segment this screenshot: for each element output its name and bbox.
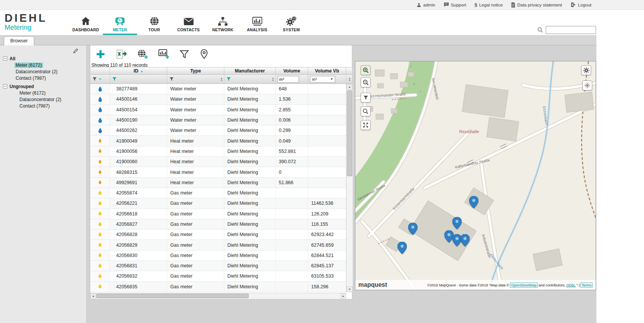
export-excel-button[interactable] bbox=[115, 49, 127, 59]
legal-notice-link[interactable]: § Legal notice bbox=[475, 2, 503, 7]
tree-group-all[interactable]: −All bbox=[3, 55, 86, 62]
tree-item-meter[interactable]: Meter (6172) bbox=[3, 62, 86, 68]
diehl-metering-logo[interactable]: DIEHL Metering bbox=[5, 13, 47, 32]
tree-item-contact[interactable]: Contact (7987) bbox=[3, 103, 86, 109]
table-row[interactable]: 42056221Gas meterDiehl Metering11462.536 bbox=[90, 198, 346, 209]
cell-volume-vb bbox=[308, 157, 346, 167]
add-meter-button[interactable] bbox=[96, 49, 105, 59]
nav-network[interactable]: NETWORK bbox=[206, 10, 240, 35]
scroll-right-arrow[interactable]: ► bbox=[340, 293, 346, 299]
filter-button[interactable] bbox=[179, 49, 189, 59]
nav-tour[interactable]: TOUR bbox=[137, 10, 171, 35]
vertical-scrollbar[interactable]: ▲ ▼ bbox=[346, 84, 353, 292]
map-fullscreen-button[interactable] bbox=[361, 120, 371, 130]
table-row[interactable]: 42056827Gas meterDiehl Metering116.155 bbox=[90, 219, 346, 230]
terms-link[interactable]: Terms bbox=[580, 283, 593, 288]
volume-vb-unit-select[interactable]: m³▼ bbox=[310, 76, 335, 83]
map-settings-button[interactable] bbox=[581, 65, 591, 75]
map-pin[interactable] bbox=[408, 223, 417, 235]
scroll-down-arrow[interactable]: ▼ bbox=[347, 286, 353, 292]
data-privacy-link[interactable]: Data privacy statement bbox=[511, 2, 562, 8]
column-header-volume[interactable]: Volume bbox=[276, 67, 308, 74]
map-filter-button[interactable] bbox=[361, 93, 371, 103]
tree-item-meter[interactable]: Meter (6172) bbox=[3, 90, 86, 96]
map-search-button[interactable] bbox=[361, 106, 371, 116]
table-row[interactable]: 44500146Water meterDiehl Metering1.536 bbox=[90, 94, 346, 104]
collapse-icon[interactable]: − bbox=[3, 84, 7, 88]
vertical-scroll-thumb[interactable] bbox=[347, 90, 352, 176]
scroll-up-arrow[interactable]: ▲ bbox=[347, 84, 353, 90]
add-to-map-button[interactable] bbox=[137, 49, 148, 59]
scroll-left-arrow[interactable]: ◄ bbox=[90, 293, 96, 299]
nav-dashboard[interactable]: DASHBOARD bbox=[69, 10, 103, 35]
collapse-icon[interactable]: − bbox=[3, 56, 7, 61]
tab-browser[interactable]: Browser bbox=[4, 36, 34, 45]
odbl-link[interactable]: ODbL bbox=[566, 283, 576, 287]
horizontal-scroll-thumb[interactable] bbox=[96, 294, 249, 298]
id-filter-funnel-icon[interactable] bbox=[112, 77, 117, 82]
icon-filter-funnel-icon[interactable] bbox=[92, 77, 97, 82]
column-header-type[interactable]: Type bbox=[167, 67, 224, 74]
table-row[interactable]: 44500154Water meterDiehl Metering2.855 bbox=[90, 105, 346, 115]
zoom-in-button[interactable] bbox=[361, 65, 371, 75]
table-row[interactable]: 42056835Gas meterDiehl Metering158.296 bbox=[90, 282, 346, 292]
column-header-volume-vb[interactable]: Volume Vb bbox=[308, 67, 346, 74]
search-input[interactable] bbox=[546, 26, 596, 34]
cell-volume: 648 bbox=[276, 84, 308, 94]
table-row[interactable]: 42056829Gas meterDiehl Metering62745.659 bbox=[90, 240, 346, 250]
volume-unit-input[interactable] bbox=[278, 76, 299, 83]
table-row[interactable]: 48288315Heat meterDiehl Metering0 bbox=[90, 167, 346, 177]
gas-meter-icon bbox=[90, 188, 110, 198]
icon-filter-caret-icon[interactable]: ▼ bbox=[99, 77, 102, 81]
nav-meter[interactable]: METER bbox=[103, 10, 137, 35]
type-sort-icons[interactable]: ▲▼ bbox=[221, 77, 223, 82]
table-row[interactable]: 42056831Gas meterDiehl Metering62845.137 bbox=[90, 261, 346, 271]
table-row[interactable]: 49929691Heat meterDiehl Metering51.866 bbox=[90, 178, 346, 188]
table-row[interactable]: 42055874Gas meterDiehl Metering bbox=[90, 188, 346, 198]
cell-manufacturer: Diehl Metering bbox=[224, 94, 276, 104]
table-row[interactable]: 42056828Gas meterDiehl Metering62923.442 bbox=[90, 230, 346, 240]
mapquest-logo[interactable]: mapquest bbox=[358, 281, 387, 288]
map-layers-button[interactable] bbox=[582, 80, 592, 90]
add-to-chart-button[interactable] bbox=[158, 49, 169, 59]
tree-group-ungrouped[interactable]: −Ungrouped bbox=[3, 83, 86, 90]
manufacturer-filter-funnel-icon[interactable] bbox=[226, 77, 231, 82]
tree-item-dataconcentrator[interactable]: Dataconcentrator (2) bbox=[3, 96, 86, 103]
heat-meter-icon bbox=[90, 136, 110, 146]
show-on-map-button[interactable] bbox=[199, 49, 209, 59]
map-pin[interactable] bbox=[398, 242, 407, 254]
column-header-manufacturer[interactable]: Manufacturer bbox=[224, 67, 276, 74]
table-row[interactable]: 41900056Heat meterDiehl Metering552.881 bbox=[90, 146, 346, 157]
table-row[interactable]: 42056832Gas meterDiehl Metering63105.533 bbox=[90, 271, 346, 281]
horizontal-scrollbar[interactable]: ◄ ► bbox=[90, 293, 346, 299]
table-row[interactable]: 44500190Water meterDiehl Metering0.006 bbox=[90, 115, 346, 125]
tree-item-contact[interactable]: Contact (7987) bbox=[3, 75, 86, 81]
openstreetmap-link[interactable]: OpenStreetMap bbox=[510, 283, 538, 288]
cell-volume-vb: 63105.533 bbox=[308, 271, 346, 281]
column-header-icon[interactable] bbox=[90, 67, 110, 74]
table-row[interactable]: 42056618Gas meterDiehl Metering126.209 bbox=[90, 209, 346, 219]
manufacturer-sort-icons[interactable]: ▲▼ bbox=[272, 77, 274, 82]
user-menu[interactable]: admin bbox=[417, 3, 435, 7]
table-row[interactable]: 41900049Heat meterDiehl Metering0.049 bbox=[90, 136, 346, 146]
map-pin[interactable] bbox=[452, 217, 462, 229]
table-row[interactable]: 44500262Water meterDiehl Metering0.299 bbox=[90, 125, 346, 136]
map-pin[interactable] bbox=[460, 234, 470, 246]
nav-analysis[interactable]: ANALYSIS bbox=[240, 10, 274, 35]
tree-item-dataconcentrator[interactable]: Dataconcentrator (2) bbox=[3, 68, 86, 75]
table-row[interactable]: 38277489Water meterDiehl Metering648 bbox=[90, 84, 346, 94]
zoom-out-button[interactable] bbox=[361, 77, 371, 87]
logout-button[interactable]: Logout bbox=[570, 2, 591, 7]
column-header-id[interactable]: ID▲ bbox=[110, 67, 167, 74]
volume-vb-sort-icons[interactable]: ▲▼ bbox=[348, 77, 351, 82]
cell-id: 42056835 bbox=[110, 282, 167, 292]
nav-contacts[interactable]: CONTACTS bbox=[171, 10, 206, 35]
tab-bar: Browser bbox=[0, 35, 596, 45]
type-filter-funnel-icon[interactable] bbox=[169, 77, 174, 82]
table-row[interactable]: 42056830Gas meterDiehl Metering62844.521 bbox=[90, 251, 346, 261]
nav-system[interactable]: SYSTEM bbox=[274, 10, 308, 35]
map-pin[interactable] bbox=[469, 196, 478, 208]
edit-pencil-icon[interactable] bbox=[73, 48, 79, 54]
support-link[interactable]: Support bbox=[444, 2, 466, 7]
table-row[interactable]: 41900060Heat meterDiehl Metering390.072 bbox=[90, 157, 346, 167]
